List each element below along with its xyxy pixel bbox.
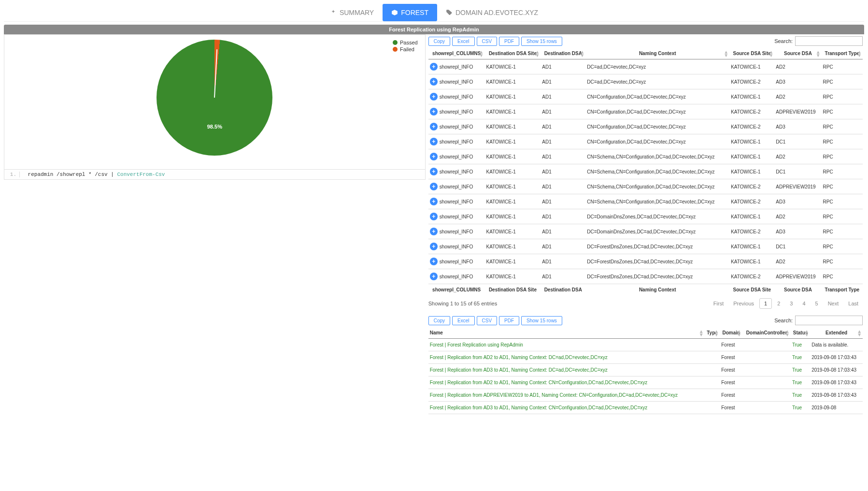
- table2-header[interactable]: Extended▲▼: [810, 327, 863, 339]
- table1-header[interactable]: Transport Type▲▼: [822, 48, 863, 59]
- expand-row-button[interactable]: +: [430, 228, 438, 235]
- table-cell: KATOWICE-2: [729, 104, 774, 119]
- csv-button[interactable]: CSV: [477, 316, 498, 325]
- expand-row-button[interactable]: +: [430, 198, 438, 205]
- expand-row-button[interactable]: +: [430, 138, 438, 145]
- table-cell: KATOWICE-1: [485, 269, 541, 284]
- table-row: Forest | Forest Replication using RepAdm…: [428, 339, 863, 351]
- pager-page-3[interactable]: 3: [785, 299, 797, 308]
- test-link[interactable]: Forest | Replication from AD3 to AD1, Na…: [430, 405, 648, 410]
- table2-header[interactable]: Name▲▼: [428, 327, 705, 339]
- table1-header[interactable]: Destination DSA▲▼: [541, 48, 585, 59]
- pager-page-2[interactable]: 2: [773, 299, 784, 308]
- test-link[interactable]: Forest | Replication from AD2 to AD1, Na…: [430, 355, 608, 360]
- table-cell: 2019-09-08 17:03:43: [810, 364, 863, 376]
- test-link[interactable]: Forest | Forest Replication using RepAdm…: [430, 342, 523, 347]
- table1-header[interactable]: showrepl_COLUMNS▲▼: [428, 48, 485, 59]
- test-link[interactable]: Forest | Replication from ADPREVIEW2019 …: [430, 392, 678, 398]
- table-cell: CN=Schema,CN=Configuration,DC=ad,DC=evot…: [585, 194, 729, 209]
- table-cell: Forest | Forest Replication using RepAdm…: [428, 339, 705, 351]
- expand-row-button[interactable]: +: [430, 168, 438, 175]
- table-cell: RPC: [822, 269, 863, 284]
- table-cell: [705, 339, 720, 351]
- table-cell: Forest | Replication from ADPREVIEW2019 …: [428, 389, 705, 402]
- pager-page-1[interactable]: 1: [759, 298, 772, 309]
- copy-button[interactable]: Copy: [428, 37, 450, 46]
- table-cell: KATOWICE-1: [485, 59, 541, 74]
- pdf-button[interactable]: PDF: [499, 316, 519, 325]
- table-cell: KATOWICE-1: [729, 89, 774, 104]
- pager-next[interactable]: Next: [824, 299, 843, 308]
- pager-last[interactable]: Last: [844, 299, 863, 308]
- pdf-button[interactable]: PDF: [499, 37, 519, 46]
- table-cell: RPC: [822, 194, 863, 209]
- table-row: +showrepl_INFOKATOWICE-1AD1DC=ForestDnsZ…: [428, 269, 863, 284]
- expand-row-button[interactable]: +: [430, 123, 438, 130]
- table-cell: AD1: [541, 119, 585, 134]
- table-cell: AD1: [541, 239, 585, 254]
- test-link[interactable]: Forest | Replication from AD3 to AD1, Na…: [430, 367, 608, 373]
- table2-header[interactable]: Domain▲▼: [720, 327, 742, 339]
- pager-first[interactable]: First: [709, 299, 728, 308]
- search-label: Search:: [774, 38, 793, 44]
- pie-needle: [214, 49, 217, 98]
- search-label: Search:: [774, 318, 793, 323]
- table-row: +showrepl_INFOKATOWICE-1AD1DC=DomainDnsZ…: [428, 209, 863, 224]
- expand-row-button[interactable]: +: [430, 93, 438, 101]
- excel-button[interactable]: Excel: [452, 37, 474, 46]
- table1-header[interactable]: Source DSA▲▼: [774, 48, 821, 59]
- search-input-table2[interactable]: [795, 316, 863, 325]
- expand-row-button[interactable]: +: [430, 153, 438, 160]
- show-rows-button[interactable]: Show 15 rows: [521, 316, 562, 325]
- table-cell: +showrepl_INFO: [428, 269, 485, 284]
- table-cell: RPC: [822, 104, 863, 119]
- table-cell: CN=Configuration,DC=ad,DC=evotec,DC=xyz: [585, 134, 729, 149]
- table-cell: [742, 339, 791, 351]
- pager-previous[interactable]: Previous: [729, 299, 758, 308]
- table-row: +showrepl_INFOKATOWICE-1AD1DC=DomainDnsZ…: [428, 224, 863, 239]
- test-link[interactable]: Forest | Replication from AD2 to AD1, Na…: [430, 380, 648, 385]
- table-cell: KATOWICE-1: [729, 209, 774, 224]
- table-cell: Forest: [720, 389, 742, 402]
- table-cell: KATOWICE-2: [729, 119, 774, 134]
- tab-domain[interactable]: DOMAIN AD.EVOTEC.XYZ: [437, 4, 547, 21]
- table2-header[interactable]: DomainController▲▼: [742, 327, 791, 339]
- table-cell: +showrepl_INFO: [428, 89, 485, 104]
- csv-button[interactable]: CSV: [477, 37, 498, 46]
- expand-row-button[interactable]: +: [430, 78, 438, 86]
- table-cell: AD1: [541, 164, 585, 179]
- table-cell: Data is available.: [810, 339, 863, 351]
- table-cell: CN=Schema,CN=Configuration,DC=ad,DC=evot…: [585, 164, 729, 179]
- table-cell: KATOWICE-1: [485, 134, 541, 149]
- expand-row-button[interactable]: +: [430, 108, 438, 116]
- expand-row-button[interactable]: +: [430, 273, 438, 280]
- expand-row-button[interactable]: +: [430, 183, 438, 190]
- tab-forest[interactable]: FOREST: [383, 4, 437, 21]
- table1-header[interactable]: Naming Context▲▼: [585, 48, 729, 59]
- expand-row-button[interactable]: +: [430, 213, 438, 220]
- table-cell: DC=ForestDnsZones,DC=ad,DC=evotec,DC=xyz: [585, 239, 729, 254]
- table-cell: KATOWICE-1: [485, 149, 541, 164]
- table-cell: +showrepl_INFO: [428, 209, 485, 224]
- table-cell: AD1: [541, 209, 585, 224]
- table-cell: CN=Schema,CN=Configuration,DC=ad,DC=evot…: [585, 149, 729, 164]
- copy-button[interactable]: Copy: [428, 316, 450, 325]
- table-row: +showrepl_INFOKATOWICE-1AD1DC=ad,DC=evot…: [428, 59, 863, 74]
- expand-row-button[interactable]: +: [430, 243, 438, 250]
- show-rows-button[interactable]: Show 15 rows: [521, 37, 562, 46]
- pager-page-4[interactable]: 4: [798, 299, 810, 308]
- table1-header[interactable]: Destination DSA Site▲▼: [485, 48, 541, 59]
- tag-icon: [446, 9, 453, 16]
- search-input-table1[interactable]: [795, 36, 863, 46]
- table-cell: AD2: [774, 149, 821, 164]
- expand-row-button[interactable]: +: [430, 63, 438, 71]
- tab-summary[interactable]: SUMMARY: [321, 4, 383, 21]
- expand-row-button[interactable]: +: [430, 258, 438, 265]
- table1-header[interactable]: Source DSA Site▲▼: [729, 48, 774, 59]
- pie-chart: Passed Failed 98.5%: [4, 34, 426, 170]
- table2-header[interactable]: Status▲▼: [791, 327, 810, 339]
- pager-page-5[interactable]: 5: [811, 299, 823, 308]
- excel-button[interactable]: Excel: [452, 316, 474, 325]
- table2-header[interactable]: Type▲▼: [705, 327, 720, 339]
- table-cell: AD3: [774, 194, 821, 209]
